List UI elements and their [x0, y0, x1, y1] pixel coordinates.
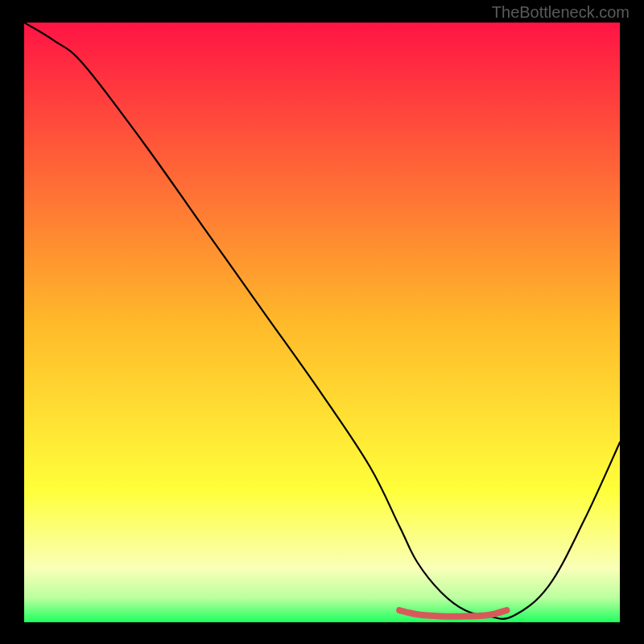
watermark-text: TheBottleneck.com: [492, 3, 630, 22]
chart-plot-area: [24, 23, 620, 622]
chart-svg: [24, 23, 620, 622]
heat-background: [24, 23, 620, 622]
